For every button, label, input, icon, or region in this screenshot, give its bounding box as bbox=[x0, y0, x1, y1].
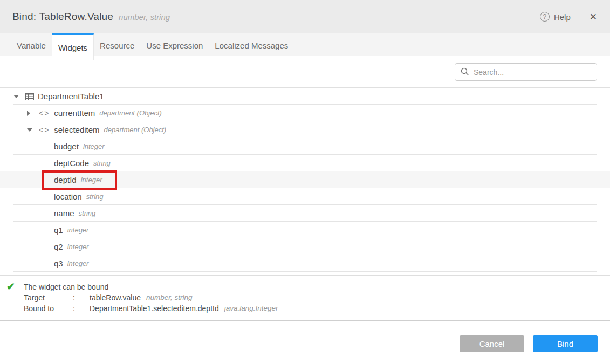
tree-row-selecteditem[interactable]: <> selecteditem department (Object) bbox=[0, 121, 610, 138]
tree-row-type: string bbox=[86, 193, 104, 201]
tree-row-q3[interactable]: q3 integer bbox=[0, 255, 610, 272]
tree-row-label: deptId bbox=[54, 175, 77, 184]
tab-localized-messages[interactable]: Localized Messages bbox=[209, 33, 294, 56]
collapse-arrow-icon[interactable] bbox=[27, 128, 39, 132]
tree-row-type: department (Object) bbox=[99, 109, 162, 117]
tree-row-type: department (Object) bbox=[104, 126, 167, 134]
tree-row-label: budget bbox=[54, 142, 79, 151]
tree-row-label: currentItem bbox=[54, 108, 95, 118]
help-label: Help bbox=[554, 12, 571, 22]
search-icon bbox=[461, 67, 469, 76]
search-box bbox=[455, 63, 597, 81]
tree-row-name[interactable]: name string bbox=[0, 205, 610, 222]
search-row bbox=[0, 56, 610, 88]
separator: : bbox=[73, 303, 90, 314]
tree-row-departmenttable1[interactable]: DepartmentTable1 bbox=[0, 88, 610, 105]
tab-resource[interactable]: Resource bbox=[94, 33, 140, 56]
status-lines: The widget can be bound Target : tableRo… bbox=[24, 281, 610, 314]
bound-to-label: Bound to bbox=[24, 303, 73, 314]
tree-row-type: integer bbox=[67, 259, 89, 267]
tree-row-label: q1 bbox=[54, 225, 63, 235]
target-label: Target bbox=[24, 292, 73, 303]
bound-type-hint: java.lang.Integer bbox=[224, 303, 278, 314]
tree-row-label: location bbox=[54, 192, 82, 201]
tree-row-label: q3 bbox=[54, 259, 63, 268]
tree-row-q1[interactable]: q1 integer bbox=[0, 222, 610, 238]
bind-button[interactable]: Bind bbox=[533, 335, 598, 352]
tab-bar: Variable Widgets Resource Use Expression… bbox=[0, 33, 610, 56]
tab-widgets[interactable]: Widgets bbox=[52, 33, 94, 60]
cancel-button[interactable]: Cancel bbox=[460, 335, 524, 352]
status-target-line: Target : tableRow.value number, string bbox=[24, 292, 610, 303]
tree-row-budget[interactable]: budget integer bbox=[0, 138, 610, 155]
status-message: The widget can be bound bbox=[24, 281, 108, 292]
object-icon: <> bbox=[39, 109, 50, 118]
tab-variable[interactable]: Variable bbox=[11, 33, 52, 56]
dialog-title: Bind: TableRow.Value bbox=[12, 11, 113, 23]
tree-row-label: q2 bbox=[54, 242, 63, 251]
check-icon: ✔ bbox=[6, 280, 15, 293]
status-message-line: The widget can be bound bbox=[24, 281, 610, 292]
dialog-title-type-hint: number, string bbox=[119, 12, 170, 22]
close-icon[interactable]: ✕ bbox=[590, 11, 597, 23]
tree-row-type: string bbox=[79, 209, 96, 217]
tree-row-q2[interactable]: q2 integer bbox=[0, 238, 610, 255]
search-input[interactable] bbox=[455, 63, 597, 81]
bound-to-value: DepartmentTable1.selecteditem.deptId bbox=[90, 303, 219, 314]
table-icon bbox=[25, 93, 34, 100]
tree-row-type: integer bbox=[83, 142, 105, 150]
target-type-hint: number, string bbox=[146, 292, 193, 303]
tree-row-type: string bbox=[93, 159, 111, 167]
expand-arrow-icon[interactable] bbox=[27, 111, 39, 116]
header-actions: ? Help ✕ bbox=[540, 11, 597, 23]
target-value: tableRow.value bbox=[90, 292, 141, 303]
status-bound-line: Bound to : DepartmentTable1.selecteditem… bbox=[24, 303, 610, 314]
tree-row-location[interactable]: location string bbox=[0, 188, 610, 205]
tree-row-label: name bbox=[54, 209, 74, 218]
dialog-header: Bind: TableRow.Value number, string ? He… bbox=[0, 0, 610, 33]
tree-row-deptcode[interactable]: deptCode string bbox=[0, 155, 610, 171]
widget-tree: DepartmentTable1 <> currentItem departme… bbox=[0, 88, 610, 272]
tree-row-label: selecteditem bbox=[54, 125, 99, 134]
bind-status-panel: ✔ The widget can be bound Target : table… bbox=[0, 275, 610, 321]
tab-use-expression[interactable]: Use Expression bbox=[140, 33, 209, 56]
tree-row-deptid[interactable]: deptId integer bbox=[0, 171, 610, 188]
annotation-box bbox=[42, 170, 117, 190]
collapse-arrow-icon[interactable] bbox=[13, 95, 25, 98]
separator: : bbox=[73, 292, 90, 303]
help-button[interactable]: ? Help bbox=[540, 12, 571, 22]
tree-row-label: deptCode bbox=[54, 159, 89, 168]
tree-row-type: integer bbox=[67, 243, 89, 251]
dialog-footer: Cancel Bind bbox=[0, 321, 610, 352]
tree-row-type: integer bbox=[81, 176, 102, 184]
tree-row-label: DepartmentTable1 bbox=[38, 92, 104, 101]
tree-row-currentitem[interactable]: <> currentItem department (Object) bbox=[0, 105, 610, 121]
object-icon: <> bbox=[39, 126, 50, 134]
tree-row-type: integer bbox=[67, 226, 89, 234]
help-icon: ? bbox=[540, 12, 550, 22]
